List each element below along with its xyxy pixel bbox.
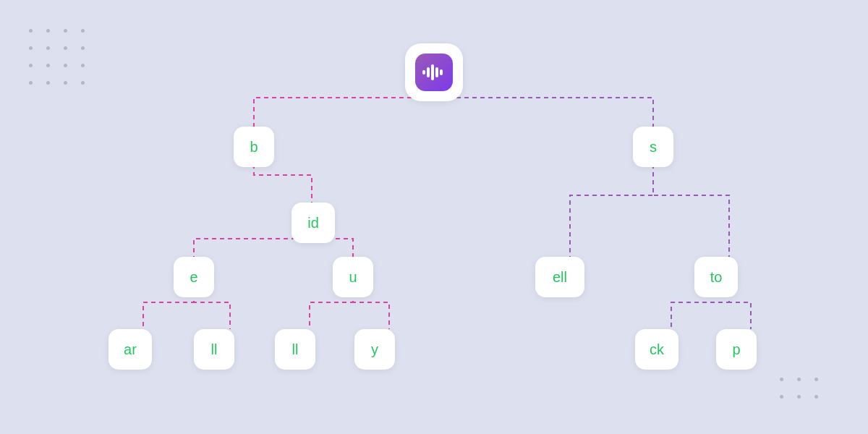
node-b: b <box>234 127 274 167</box>
node-to: to <box>694 257 738 297</box>
node-p: p <box>716 329 757 370</box>
decorative-dots-bottom-right <box>780 378 825 405</box>
node-y: y <box>354 329 395 370</box>
svg-rect-1 <box>427 67 430 77</box>
node-s: s <box>633 127 673 167</box>
node-u: u <box>333 257 373 297</box>
node-id: id <box>292 203 335 243</box>
node-ll2: ll <box>275 329 315 370</box>
svg-rect-4 <box>440 69 443 75</box>
node-e: e <box>174 257 214 297</box>
root-icon-inner <box>415 54 453 91</box>
node-ll1: ll <box>194 329 234 370</box>
decorative-dots-top-left <box>29 29 91 91</box>
root-node <box>405 43 463 101</box>
node-ell: ell <box>535 257 584 297</box>
svg-rect-3 <box>435 67 438 77</box>
svg-rect-2 <box>431 64 434 80</box>
node-ck: ck <box>635 329 678 370</box>
svg-rect-0 <box>422 70 425 75</box>
node-ar: ar <box>109 329 152 370</box>
